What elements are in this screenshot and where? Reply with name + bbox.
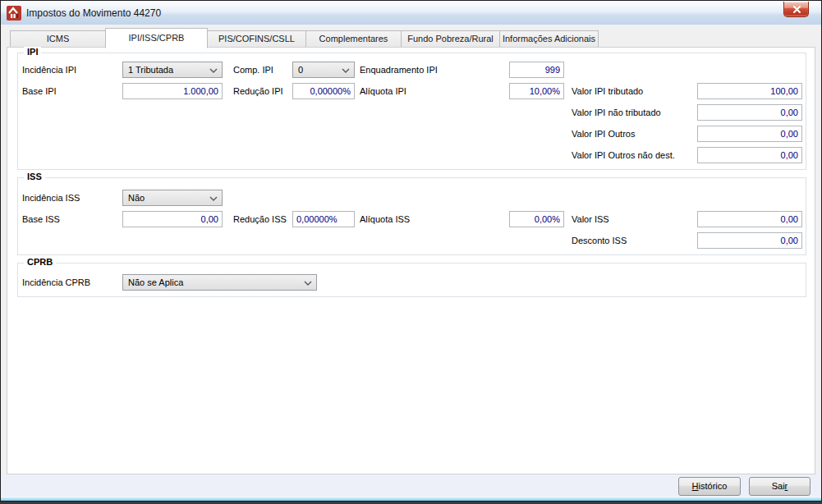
valor-ipi-outros-nao-dest-input[interactable] [697,147,802,163]
base-ipi-label: Base IPI [22,83,57,99]
app-logo-icon [7,6,21,21]
close-button[interactable] [783,2,809,17]
incidencia-ipi-label: Incidência IPI [22,62,76,78]
aliquota-ipi-label: Alíquota IPI [360,83,406,99]
valor-ipi-nao-tributado-label: Valor IPI não tributado [572,104,661,121]
aliquota-iss-input[interactable] [509,211,564,227]
footer-bar: Histórico Sair [1,474,821,497]
tab-fundo-pobreza-rural[interactable]: Fundo Pobreza/Rural [401,30,500,48]
desconto-iss-input[interactable] [697,232,802,249]
incidencia-iss-label: Incidência ISS [22,190,80,206]
chevron-down-icon [342,68,350,73]
desconto-iss-label: Desconto ISS [572,232,627,249]
incidencia-cprb-selected: Não se Aplica [128,277,183,287]
tab-icms[interactable]: ICMS [10,30,106,48]
window-title: Impostos do Movimento 44270 [26,1,161,25]
valor-ipi-tributado-input[interactable] [697,83,802,99]
incidencia-iss-select[interactable]: Não [122,190,223,206]
incidencia-cprb-label: Incidência CPRB [22,274,90,291]
group-ipi-title: IPI [24,47,41,57]
reducao-iss-label: Redução ISS [233,211,287,227]
historico-button[interactable]: Histórico [678,477,741,496]
valor-iss-label: Valor ISS [572,211,609,227]
chevron-down-icon [209,196,218,201]
group-cprb-title: CPRB [24,257,56,267]
valor-ipi-outros-nao-dest-label: Valor IPI Outros não dest. [572,147,675,163]
tab-page-ipi-iss-cprb: IPI Incidência IPI 1 Tributada Comp. IPI… [7,47,815,474]
valor-ipi-tributado-label: Valor IPI tributado [572,83,643,99]
valor-iss-input[interactable] [697,211,802,227]
comp-ipi-selected: 0 [298,65,303,75]
aliquota-ipi-input[interactable] [509,83,564,99]
title-bar: Impostos do Movimento 44270 [1,1,821,25]
tab-complementares[interactable]: Complementares [305,30,402,48]
window-bottom-frame [1,497,821,501]
enquadramento-ipi-input[interactable] [509,62,564,78]
incidencia-iss-selected: Não [128,193,145,203]
base-ipi-input[interactable] [122,83,223,99]
sair-button[interactable]: Sair [749,477,811,496]
incidencia-cprb-select[interactable]: Não se Aplica [122,274,317,291]
comp-ipi-select[interactable]: 0 [292,62,355,78]
reducao-ipi-label: Redução IPI [233,83,283,99]
tab-pis-cofins-csll[interactable]: PIS/COFINS/CSLL [207,30,306,48]
base-iss-input[interactable] [122,211,223,227]
incidencia-ipi-select[interactable]: 1 Tributada [122,62,223,78]
aliquota-iss-label: Alíquota ISS [360,211,410,227]
incidencia-ipi-selected: 1 Tributada [128,65,173,75]
base-iss-label: Base ISS [22,211,60,227]
chevron-down-icon [304,281,312,286]
enquadramento-ipi-label: Enquadramento IPI [360,62,438,78]
tab-informacoes-adicionais[interactable]: Informações Adicionais [499,30,599,48]
tab-ipi-iss-cprb[interactable]: IPI/ISS/CPRB [105,28,208,48]
group-iss-title: ISS [24,172,45,181]
valor-ipi-nao-tributado-input[interactable] [697,104,802,121]
comp-ipi-label: Comp. IPI [233,62,273,78]
reducao-ipi-input[interactable] [292,83,355,99]
chevron-down-icon [209,68,218,73]
valor-ipi-outros-input[interactable] [697,126,802,142]
valor-ipi-outros-label: Valor IPI Outros [572,126,635,142]
close-icon [792,5,801,14]
reducao-iss-input[interactable] [292,211,355,227]
impostos-dialog: Impostos do Movimento 44270 ICMS IPI/ISS… [0,0,822,502]
